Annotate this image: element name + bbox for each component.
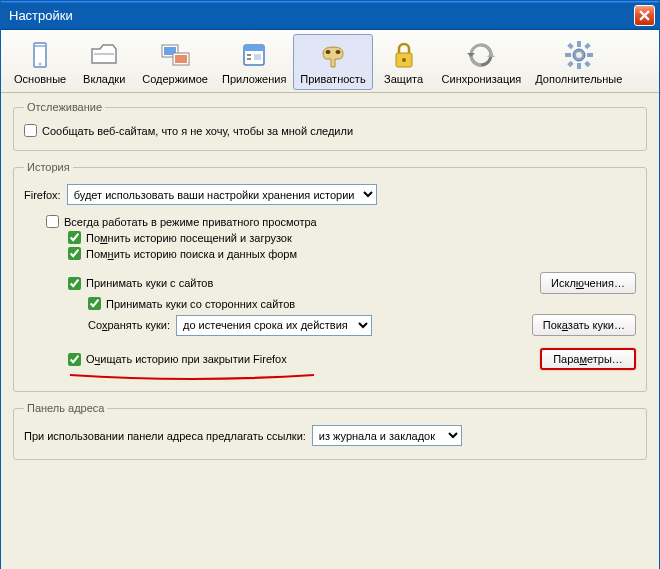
- locationbar-legend: Панель адреса: [24, 402, 107, 414]
- accept-third-checkbox[interactable]: [88, 297, 101, 310]
- accept-cookies-label[interactable]: Принимать куки с сайтов: [86, 277, 213, 289]
- tab-label: Содержимое: [142, 73, 208, 85]
- tab-label: Вкладки: [83, 73, 125, 85]
- remember-history-label[interactable]: Помнить историю посещений и загрузок: [86, 232, 292, 244]
- tab-label: Приложения: [222, 73, 286, 85]
- svg-rect-21: [587, 53, 593, 57]
- remember-forms-checkbox[interactable]: [68, 247, 81, 260]
- titlebar: Настройки: [1, 1, 659, 30]
- tracking-group: Отслеживание Сообщать веб-сайтам, что я …: [13, 101, 647, 151]
- svg-rect-22: [567, 43, 573, 49]
- accept-third-label[interactable]: Принимать куки со сторонних сайтов: [106, 298, 295, 310]
- svg-rect-11: [247, 58, 251, 60]
- svg-rect-24: [567, 61, 573, 67]
- content-icon: [159, 39, 191, 71]
- history-mode-select[interactable]: будет использовать ваши настройки хранен…: [67, 184, 377, 205]
- svg-rect-12: [254, 54, 261, 60]
- settings-window: Настройки Основные Вкладки Содержимое: [0, 0, 660, 569]
- clear-settings-button[interactable]: Параметры…: [540, 348, 636, 370]
- spacer: [1, 480, 659, 569]
- svg-rect-23: [584, 43, 590, 49]
- tab-applications[interactable]: Приложения: [215, 34, 293, 90]
- tab-general[interactable]: Основные: [7, 34, 73, 90]
- remember-forms-label[interactable]: Помнить историю поиска и данных форм: [86, 248, 297, 260]
- tab-label: Защита: [384, 73, 423, 85]
- tab-advanced[interactable]: Дополнительные: [528, 34, 629, 90]
- tab-label: Основные: [14, 73, 66, 85]
- close-button[interactable]: [634, 5, 655, 26]
- clear-on-close-checkbox[interactable]: [68, 353, 81, 366]
- tracking-legend: Отслеживание: [24, 101, 105, 113]
- svg-rect-1: [35, 45, 45, 47]
- tab-label: Синхронизация: [442, 73, 522, 85]
- tab-sync[interactable]: Синхронизация: [435, 34, 529, 90]
- locationbar-group: Панель адреса При использовании панели а…: [13, 402, 647, 460]
- tab-content[interactable]: Содержимое: [135, 34, 215, 90]
- svg-rect-20: [565, 53, 571, 57]
- sync-icon: [465, 39, 497, 71]
- svg-point-13: [325, 50, 330, 54]
- close-icon: [639, 10, 650, 21]
- svg-rect-19: [577, 63, 581, 69]
- general-icon: [24, 39, 56, 71]
- clear-on-close-label[interactable]: Очищать историю при закрытии Firefox: [86, 353, 287, 365]
- history-group: История Firefox: будет использовать ваши…: [13, 161, 647, 392]
- svg-rect-10: [247, 54, 251, 56]
- svg-point-14: [335, 50, 340, 54]
- always-private-checkbox[interactable]: [46, 215, 59, 228]
- svg-rect-7: [175, 55, 187, 63]
- dnt-label[interactable]: Сообщать веб-сайтам, что я не хочу, чтоб…: [42, 125, 353, 137]
- svg-point-16: [402, 58, 406, 62]
- panel-content: Отслеживание Сообщать веб-сайтам, что я …: [1, 93, 659, 480]
- history-legend: История: [24, 161, 73, 173]
- category-toolbar: Основные Вкладки Содержимое Приложения П…: [1, 30, 659, 93]
- tab-privacy[interactable]: Приватность: [293, 34, 372, 90]
- svg-point-26: [576, 52, 582, 58]
- window-title: Настройки: [9, 8, 634, 23]
- suggest-label: При использовании панели адреса предлага…: [24, 430, 306, 442]
- svg-rect-9: [244, 45, 264, 51]
- keep-cookies-label: Сохранять куки:: [88, 319, 170, 331]
- dnt-checkbox[interactable]: [24, 124, 37, 137]
- svg-rect-3: [94, 53, 114, 55]
- tab-tabs[interactable]: Вкладки: [73, 34, 135, 90]
- svg-rect-18: [577, 41, 581, 47]
- accept-cookies-checkbox[interactable]: [68, 277, 81, 290]
- keep-cookies-select[interactable]: до истечения срока их действия: [176, 315, 372, 336]
- firefox-label: Firefox:: [24, 189, 61, 201]
- applications-icon: [238, 39, 270, 71]
- exceptions-button[interactable]: Исключения…: [540, 272, 636, 294]
- annotation-underline: [68, 371, 316, 377]
- show-cookies-button[interactable]: Показать куки…: [532, 314, 636, 336]
- tab-label: Дополнительные: [535, 73, 622, 85]
- svg-rect-25: [584, 61, 590, 67]
- tabs-icon: [88, 39, 120, 71]
- security-icon: [388, 39, 420, 71]
- svg-point-2: [39, 63, 42, 66]
- tab-security[interactable]: Защита: [373, 34, 435, 90]
- always-private-label[interactable]: Всегда работать в режиме приватного прос…: [64, 216, 317, 228]
- tab-label: Приватность: [300, 73, 365, 85]
- remember-history-checkbox[interactable]: [68, 231, 81, 244]
- suggest-select[interactable]: из журнала и закладок: [312, 425, 462, 446]
- privacy-icon: [317, 39, 349, 71]
- advanced-icon: [563, 39, 595, 71]
